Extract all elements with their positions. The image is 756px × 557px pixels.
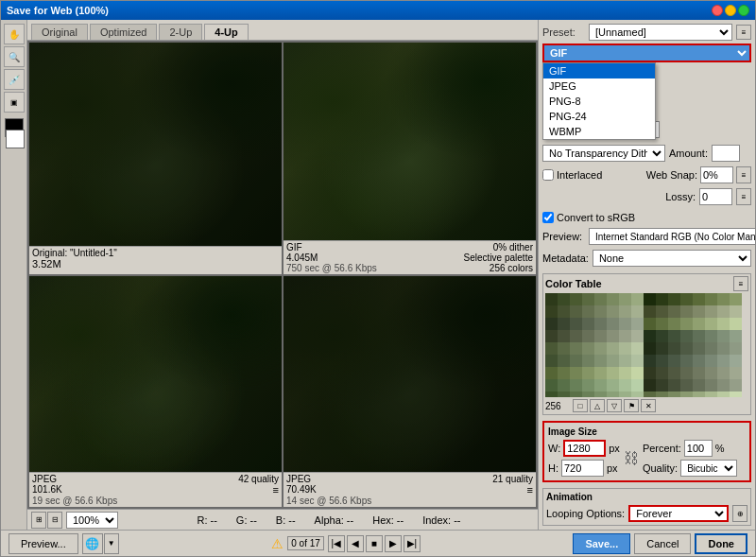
color-cell[interactable] bbox=[594, 392, 607, 397]
color-cell[interactable] bbox=[558, 293, 570, 305]
color-cell[interactable] bbox=[607, 305, 619, 318]
color-cell[interactable] bbox=[631, 355, 644, 367]
color-cell[interactable] bbox=[619, 330, 631, 342]
color-cell[interactable] bbox=[558, 342, 570, 355]
color-cell[interactable] bbox=[680, 293, 693, 305]
color-cell[interactable] bbox=[607, 392, 619, 397]
preview-button[interactable]: Preview... bbox=[9, 533, 78, 554]
color-cell[interactable] bbox=[656, 367, 668, 379]
interlaced-checkbox[interactable] bbox=[542, 169, 554, 181]
color-cell[interactable] bbox=[582, 330, 594, 342]
color-cell[interactable] bbox=[545, 342, 558, 355]
color-cell[interactable] bbox=[680, 330, 693, 342]
background-color[interactable] bbox=[6, 130, 25, 148]
color-table-menu-btn[interactable]: ≡ bbox=[733, 276, 748, 291]
color-cell[interactable] bbox=[631, 367, 644, 379]
convert-checkbox[interactable] bbox=[542, 212, 554, 223]
color-cell[interactable] bbox=[558, 392, 570, 397]
color-cell[interactable] bbox=[545, 305, 558, 318]
color-cell[interactable] bbox=[693, 293, 705, 305]
color-cell[interactable] bbox=[680, 318, 693, 330]
lossy-menu-btn[interactable]: ≡ bbox=[736, 188, 751, 205]
color-cell[interactable] bbox=[705, 305, 717, 318]
percent-input[interactable] bbox=[684, 440, 713, 457]
color-cell[interactable] bbox=[644, 379, 656, 392]
looping-select[interactable]: Forever bbox=[628, 505, 729, 522]
color-cell[interactable] bbox=[545, 355, 558, 367]
interlaced-label[interactable]: Interlaced bbox=[542, 169, 602, 181]
color-cell[interactable] bbox=[582, 355, 594, 367]
color-cell[interactable] bbox=[570, 330, 582, 342]
color-btn-3[interactable]: ▽ bbox=[607, 399, 622, 412]
width-input[interactable] bbox=[563, 440, 606, 457]
format-option-jpeg[interactable]: JPEG bbox=[543, 78, 655, 94]
color-cell[interactable] bbox=[656, 330, 668, 342]
color-cell[interactable] bbox=[693, 330, 705, 342]
tab-2up[interactable]: 2-Up bbox=[159, 24, 202, 40]
tab-original[interactable]: Original bbox=[31, 24, 88, 40]
color-picker-tool[interactable]: ▣ bbox=[4, 92, 25, 113]
image-preview-gif[interactable] bbox=[284, 43, 536, 240]
color-btn-1[interactable]: □ bbox=[573, 399, 588, 412]
color-cell[interactable] bbox=[582, 342, 594, 355]
color-cell[interactable] bbox=[705, 330, 717, 342]
close-btn[interactable] bbox=[712, 5, 723, 16]
metadata-select[interactable]: None bbox=[593, 250, 751, 267]
image-preview-jpeg1[interactable] bbox=[29, 276, 282, 473]
color-cell[interactable] bbox=[668, 355, 680, 367]
color-cell[interactable] bbox=[558, 305, 570, 318]
color-cell[interactable] bbox=[730, 318, 742, 330]
color-cell[interactable] bbox=[582, 379, 594, 392]
color-cell[interactable] bbox=[582, 367, 594, 379]
done-button[interactable]: Done bbox=[695, 533, 747, 554]
color-cell[interactable] bbox=[582, 318, 594, 330]
color-cell[interactable] bbox=[619, 355, 631, 367]
websnap-menu-btn[interactable]: ≡ bbox=[736, 166, 751, 183]
color-cell[interactable] bbox=[656, 355, 668, 367]
color-cell[interactable] bbox=[668, 367, 680, 379]
color-cell[interactable] bbox=[656, 379, 668, 392]
cancel-button[interactable]: Cancel bbox=[634, 533, 691, 554]
format-select[interactable]: GIF JPEG PNG-8 PNG-24 WBMP bbox=[542, 44, 751, 62]
color-cell[interactable] bbox=[668, 305, 680, 318]
color-cell[interactable] bbox=[668, 342, 680, 355]
format-option-gif[interactable]: GIF bbox=[543, 63, 655, 78]
color-cell[interactable] bbox=[631, 330, 644, 342]
format-option-wbmp[interactable]: WBMP bbox=[543, 124, 655, 139]
view-icon-1[interactable]: ⊞ bbox=[31, 512, 46, 529]
color-cell[interactable] bbox=[656, 318, 668, 330]
color-cell[interactable] bbox=[594, 293, 607, 305]
hand-tool[interactable]: ✋ bbox=[4, 24, 25, 44]
color-cell[interactable] bbox=[607, 342, 619, 355]
color-cell[interactable] bbox=[594, 379, 607, 392]
color-cell[interactable] bbox=[717, 293, 730, 305]
color-cell[interactable] bbox=[668, 293, 680, 305]
websnap-input[interactable] bbox=[700, 166, 733, 183]
prev-frame-btn[interactable]: ◀ bbox=[347, 535, 364, 552]
preview-select[interactable]: Internet Standard RGB (No Color Manag... bbox=[589, 228, 755, 245]
color-cell[interactable] bbox=[570, 305, 582, 318]
color-cell[interactable] bbox=[545, 293, 558, 305]
format-option-png24[interactable]: PNG-24 bbox=[543, 109, 655, 124]
color-cell[interactable] bbox=[594, 367, 607, 379]
color-cell[interactable] bbox=[619, 305, 631, 318]
save-button[interactable]: Save... bbox=[573, 533, 630, 554]
browser-icon[interactable]: 🌐 bbox=[82, 533, 103, 554]
color-cell[interactable] bbox=[644, 355, 656, 367]
preset-menu-btn[interactable]: ≡ bbox=[736, 25, 751, 40]
color-cell[interactable] bbox=[619, 367, 631, 379]
color-cell[interactable] bbox=[668, 318, 680, 330]
color-cell[interactable] bbox=[582, 293, 594, 305]
color-cell[interactable] bbox=[570, 318, 582, 330]
eyedropper-tool[interactable]: 💉 bbox=[4, 69, 25, 90]
color-cell[interactable] bbox=[693, 355, 705, 367]
color-cell[interactable] bbox=[570, 379, 582, 392]
color-cell[interactable] bbox=[607, 355, 619, 367]
color-cell[interactable] bbox=[705, 367, 717, 379]
color-cell[interactable] bbox=[717, 367, 730, 379]
color-cell[interactable] bbox=[570, 355, 582, 367]
color-cell[interactable] bbox=[730, 392, 742, 397]
color-cell[interactable] bbox=[668, 379, 680, 392]
color-cell[interactable] bbox=[644, 342, 656, 355]
color-cell[interactable] bbox=[558, 318, 570, 330]
